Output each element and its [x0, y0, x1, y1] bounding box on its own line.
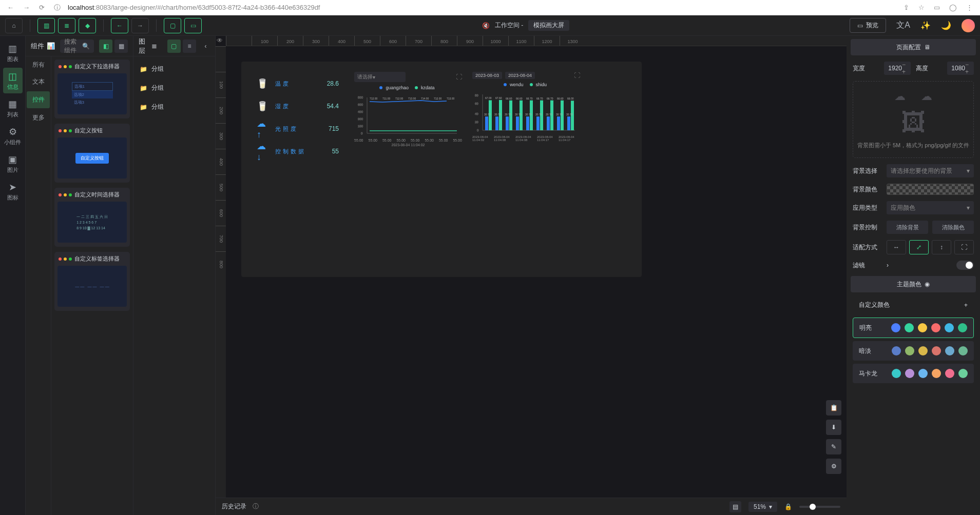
home-icon[interactable]: ⌂ — [5, 18, 23, 33]
app-type-select[interactable]: 应用颜色▾ — [887, 201, 974, 214]
canvas-viewport[interactable]: 🥛温度28.6 🥛湿度54.4 ☁↑光照度715 ☁↓控制数据55 请选择 ▾⛶… — [226, 46, 847, 498]
theme-row[interactable]: 明亮 — [853, 318, 974, 338]
share-icon[interactable]: ⇪ — [901, 2, 911, 13]
zoom-select[interactable]: 51%▾ — [748, 502, 777, 512]
swatch — [892, 369, 901, 378]
stepper-icon[interactable]: − + — [965, 61, 970, 75]
view-grid-icon[interactable]: ▦ — [114, 39, 128, 53]
layer-view-list-icon[interactable]: ≡ — [183, 39, 196, 53]
sound-off-icon[interactable]: 🔇 — [482, 22, 490, 29]
project-name[interactable]: 模拟画大屏 — [528, 20, 569, 31]
search-input[interactable]: 搜索组件🔍 — [60, 39, 94, 53]
theme-row[interactable]: 马卡龙 — [853, 364, 974, 383]
theme-row[interactable]: 暗淡 — [853, 341, 974, 361]
subcat-control[interactable]: 控件 — [27, 91, 50, 108]
ruler-horizontal: 1002003004005006007008009001000110012001… — [226, 36, 847, 46]
canvas-page[interactable]: 🥛温度28.6 🥛湿度54.4 ☁↑光照度715 ☁↓控制数据55 请选择 ▾⛶… — [241, 62, 642, 277]
magic-icon[interactable]: ✨ — [920, 21, 931, 30]
subcat-all[interactable]: 所有 — [26, 56, 51, 73]
grid-icon: ▦ — [8, 98, 17, 110]
layer-group-item[interactable]: 📁分组 — [136, 78, 213, 97]
bg-color-picker[interactable] — [887, 184, 974, 195]
plus-icon[interactable]: + — [964, 302, 968, 309]
comp-custom-button[interactable]: 自定义按钮 自定义按钮 — [54, 124, 130, 183]
expand-icon[interactable]: ⛶ — [574, 72, 580, 79]
profile-icon[interactable]: ◯ — [947, 2, 959, 13]
stepper-icon[interactable]: − + — [902, 61, 907, 75]
browser-reload-icon[interactable]: ⟳ — [37, 2, 47, 13]
fit-full-icon[interactable]: ⛶ — [954, 240, 974, 254]
browser-forward-icon[interactable]: → — [21, 2, 32, 13]
custom-color-row[interactable]: 自定义颜色+ — [853, 295, 974, 314]
monitor-icon: ▭ — [857, 22, 863, 29]
cat-image[interactable]: ▣图片 — [3, 151, 23, 176]
subcat-more[interactable]: 更多 — [26, 109, 51, 126]
zoom-slider[interactable] — [799, 506, 840, 508]
history-label[interactable]: 历史记录 — [222, 502, 246, 511]
comp-tag-selector[interactable]: 自定义标签选择器 — —— —— — — [54, 252, 130, 311]
date-chip[interactable]: 2023-08-04 — [505, 72, 535, 79]
widget-icon: ⚙ — [9, 126, 17, 137]
bg-select[interactable]: 请选择您要使用的背景▾ — [887, 164, 974, 177]
expand-icon[interactable]: ⛶ — [456, 73, 462, 81]
fit-auto-icon[interactable]: ⤢ — [909, 240, 929, 254]
chart-type-icon[interactable]: ▥ — [37, 18, 55, 33]
section-theme: 主题颜色◉ — [851, 276, 976, 292]
height-input[interactable]: 1080− + — [947, 62, 974, 75]
cat-chart[interactable]: ▥图表 — [3, 40, 23, 66]
clear-bg-button[interactable]: 清除背景 — [887, 221, 928, 234]
width-input[interactable]: 1920− + — [884, 62, 911, 75]
comp-dropdown-selector[interactable]: 自定义下拉选择器 选项1选项2选项3 — [54, 60, 130, 118]
code-icon[interactable]: ▤ — [729, 501, 741, 512]
bg-upload[interactable]: ☁☁ 🖼 背景图需小于 5M，格式为 png/jpg/gif 的文件 — [853, 81, 974, 158]
cat-icon[interactable]: ➤图标 — [3, 179, 23, 204]
filter-label[interactable]: 滤镜 — [853, 261, 881, 270]
lock-icon[interactable]: 🔒 — [784, 503, 792, 510]
browser-url[interactable]: localhost:8083/large-designer/#/chart/ho… — [68, 4, 896, 11]
comp-time-selector[interactable]: 自定义时间选择器 一 二 三 四 五 六 日1 2 3 4 5 6 78 9 1… — [54, 188, 130, 247]
date-chip[interactable]: 2023-08-03 — [472, 72, 502, 79]
svg-rect-36 — [557, 116, 560, 130]
clipboard-icon[interactable]: 📋 — [826, 400, 841, 415]
device-icon[interactable]: ▭ — [184, 18, 202, 33]
svg-rect-28 — [516, 116, 519, 130]
droplet-icon[interactable]: ◆ — [79, 18, 96, 33]
save-icon[interactable]: ▢ — [164, 18, 181, 33]
avatar[interactable] — [962, 19, 975, 32]
svg-text:40: 40 — [475, 112, 478, 115]
fit-width-icon[interactable]: ↔ — [887, 240, 906, 254]
chart-select-1[interactable]: 请选择 ▾ — [354, 72, 406, 82]
browser-back-icon[interactable]: ← — [5, 2, 16, 13]
redo-icon[interactable]: → — [131, 18, 149, 33]
layer-view-box-icon[interactable]: ▢ — [167, 39, 181, 53]
layer-group-item[interactable]: 📁分组 — [136, 97, 213, 116]
subcat-text[interactable]: 文本 — [26, 73, 51, 90]
chevron-down-icon: ▾ — [967, 167, 970, 174]
undo-icon[interactable]: ← — [111, 18, 128, 33]
moon-icon[interactable]: 🌙 — [941, 21, 951, 30]
filter-toggle[interactable] — [956, 261, 974, 270]
layer-icon[interactable]: ≣ — [58, 18, 75, 33]
panel-title-layers: 图层 ≣ — [139, 37, 157, 55]
menu-icon[interactable]: ⋮ — [964, 2, 975, 13]
eye-icon[interactable]: 👁 — [217, 37, 223, 44]
svg-rect-22 — [485, 116, 488, 130]
translate-icon[interactable]: 文A — [896, 20, 910, 31]
download-icon[interactable]: ⬇ — [826, 420, 841, 435]
layer-group-item[interactable]: 📁分组 — [136, 60, 213, 78]
collapse-layer-icon[interactable]: ‹ — [201, 43, 210, 50]
fit-height-icon[interactable]: ↕ — [932, 240, 951, 254]
view-card-icon[interactable]: ◧ — [99, 39, 112, 53]
gear-icon[interactable]: ⚙ — [826, 459, 841, 474]
help-icon[interactable]: ⓘ — [253, 502, 259, 511]
preview-button[interactable]: ▭ 预览 — [850, 18, 886, 33]
swatch — [918, 323, 927, 332]
edit-icon[interactable]: ✎ — [826, 439, 841, 454]
star-icon[interactable]: ☆ — [916, 2, 927, 13]
cat-info[interactable]: ◫信息 — [3, 68, 23, 93]
cat-list[interactable]: ▦列表 — [3, 95, 23, 121]
cup-icon: 🥛 — [257, 101, 268, 112]
cat-widget[interactable]: ⚙小组件 — [3, 123, 23, 149]
clear-color-button[interactable]: 清除颜色 — [932, 221, 974, 234]
sidepanel-icon[interactable]: ▭ — [932, 2, 942, 13]
